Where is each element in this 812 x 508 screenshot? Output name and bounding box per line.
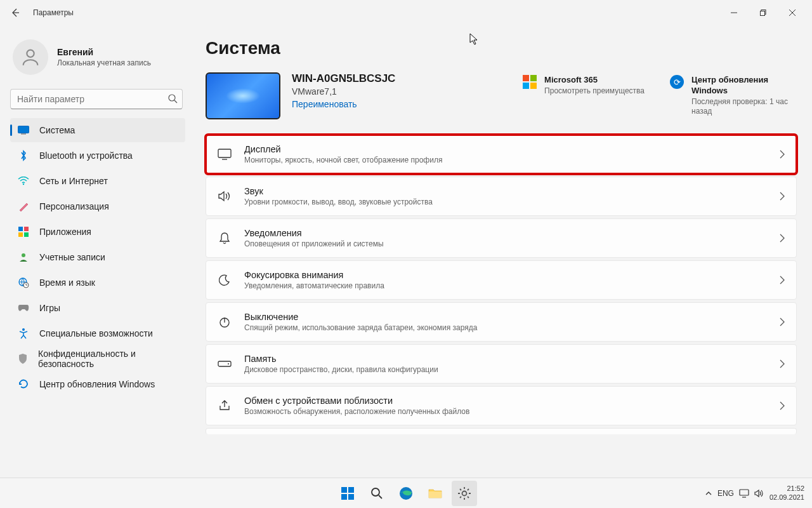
nav-label: Время и язык [39,277,95,288]
clock[interactable]: 21:52 02.09.2021 [769,485,804,501]
svg-point-3 [169,95,175,101]
user-subtitle: Локальная учетная запись [57,58,151,67]
nav-accessibility[interactable]: Специальные возможности [10,321,185,345]
arrow-left-icon [10,8,20,18]
taskbar: ENG 21:52 02.09.2021 [0,478,812,508]
close-button[interactable] [778,3,807,23]
rename-link[interactable]: Переименовать [292,99,395,109]
wifi-icon [18,175,29,187]
search-icon [370,487,383,500]
svg-rect-7 [18,227,23,231]
row-notifications[interactable]: Уведомления Оповещения от приложений и с… [206,218,797,258]
row-subtitle: Мониторы, яркость, ночной свет, отображе… [244,156,780,164]
row-focus-assist[interactable]: Фокусировка внимания Уведомления, автома… [206,260,797,300]
row-title: Выключение [244,312,780,322]
nav-label: Сеть и Интернет [39,176,108,186]
ms365-title: Microsoft 365 [544,75,645,86]
svg-point-22 [462,491,467,495]
nav-gaming[interactable]: Игры [10,296,185,320]
svg-rect-23 [740,490,749,495]
moon-icon [218,273,232,287]
date: 02.09.2021 [769,493,804,502]
minimize-button[interactable] [719,3,749,23]
microsoft-365-link[interactable]: Microsoft 365 Просмотреть преимущества [523,75,645,96]
nav-time-language[interactable]: Время и язык [10,271,185,295]
storage-icon [218,357,232,371]
nav-accounts[interactable]: Учетные записи [10,245,185,269]
sidebar: Евгений Локальная учетная запись Система… [0,25,190,478]
sound-icon [218,189,232,203]
svg-rect-15 [218,149,231,157]
row-title: Память [244,354,780,364]
gear-icon [457,486,471,500]
user-block[interactable]: Евгений Локальная учетная запись [10,36,185,86]
chevron-right-icon [780,401,785,410]
nav-system[interactable]: Система [10,118,185,142]
row-nearby-sharing[interactable]: Обмен с устройствами поблизости Возможно… [206,386,797,425]
svg-point-19 [372,488,379,496]
display-icon [218,147,232,161]
device-model: VMware7,1 [292,86,395,97]
settings-button[interactable] [452,481,477,506]
svg-point-11 [22,253,25,257]
bell-icon [218,231,232,245]
svg-point-14 [22,328,25,331]
svg-point-18 [228,363,229,364]
svg-rect-4 [18,126,29,133]
row-title: Фокусировка внимания [244,270,780,280]
globe-clock-icon [18,277,29,288]
nav-label: Специальные возможности [39,328,153,338]
page-title: Система [206,38,797,58]
nav-label: Персонализация [39,201,109,211]
device-thumbnail [206,72,280,119]
microsoft-logo-icon [523,75,537,89]
time: 21:52 [769,485,804,493]
svg-rect-5 [21,134,26,135]
user-name: Евгений [57,47,151,57]
svg-rect-9 [18,232,23,237]
sync-icon: ⟳ [670,75,684,89]
edge-button[interactable] [393,481,419,506]
row-sound[interactable]: Звук Уровни громкости, вывод, ввод, звук… [206,177,797,216]
row-title: Дисплей [244,144,780,154]
nav-personalization[interactable]: Персонализация [10,194,185,218]
nav-windows-update[interactable]: Центр обновления Windows [10,372,185,396]
avatar [13,39,48,75]
nav-apps[interactable]: Приложения [10,220,185,244]
power-icon [218,315,232,329]
bluetooth-icon [18,150,29,161]
explorer-button[interactable] [422,481,448,506]
svg-rect-10 [24,232,29,237]
row-subtitle: Оповещения от приложений и системы [244,239,780,248]
shield-icon [18,353,28,364]
back-button[interactable] [5,3,25,23]
maximize-button[interactable] [749,3,778,23]
row-subtitle: Дисковое пространство, диски, правила ко… [244,365,780,374]
windows-update-link[interactable]: ⟳ Центр обновления Windows Последняя про… [670,75,797,117]
row-power[interactable]: Выключение Спящий режим, использование з… [206,302,797,342]
nav-label: Приложения [39,227,91,237]
chevron-up-icon[interactable] [705,490,712,497]
display-tray-icon[interactable] [739,489,749,498]
row-partial[interactable] [206,428,797,434]
start-button[interactable] [335,481,360,506]
nav-label: Конфиденциальность и безопасность [38,349,178,369]
language-indicator[interactable]: ENG [717,489,734,498]
account-icon [18,251,29,263]
volume-tray-icon[interactable] [754,489,764,498]
row-display[interactable]: Дисплей Мониторы, яркость, ночной свет, … [206,135,797,174]
row-storage[interactable]: Память Дисковое пространство, диски, пра… [206,344,797,384]
ms365-subtitle: Просмотреть преимущества [544,86,645,97]
nav-network[interactable]: Сеть и Интернет [10,169,185,193]
search-button[interactable] [364,481,390,506]
nav-bluetooth[interactable]: Bluetooth и устройства [10,144,185,168]
chevron-right-icon [780,150,785,159]
update-subtitle: Последняя проверка: 1 час назад [691,97,797,117]
nav: Система Bluetooth и устройства Сеть и Ин… [10,118,185,396]
maximize-icon [760,10,766,16]
nav-privacy[interactable]: Конфиденциальность и безопасность [10,347,185,371]
search-box [10,89,183,109]
svg-rect-21 [429,491,442,498]
row-subtitle: Спящий режим, использование заряда батар… [244,323,780,332]
search-input[interactable] [10,89,183,109]
